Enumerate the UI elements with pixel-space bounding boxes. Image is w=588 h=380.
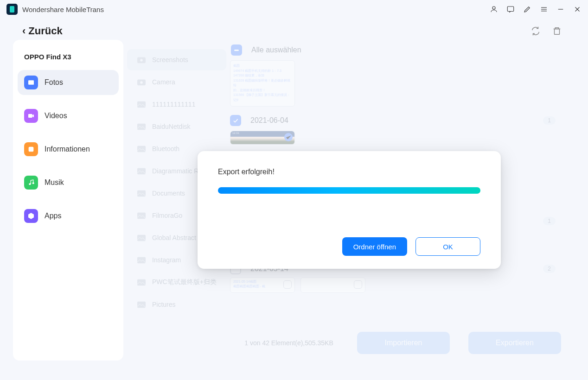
photo-icon bbox=[24, 76, 38, 89]
device-name: OPPO Find X3 bbox=[18, 49, 119, 70]
video-icon bbox=[24, 109, 38, 123]
trash-icon[interactable] bbox=[552, 26, 562, 36]
ok-button[interactable]: OK bbox=[415, 237, 480, 256]
sidebar: OPPO Find X3 Fotos Videos Informationen … bbox=[13, 40, 123, 361]
minimize-icon[interactable] bbox=[556, 5, 565, 13]
progress-bar bbox=[218, 187, 480, 194]
svg-rect-8 bbox=[555, 29, 560, 34]
music-icon bbox=[24, 176, 38, 190]
menu-icon[interactable] bbox=[540, 5, 548, 13]
close-icon[interactable] bbox=[573, 5, 582, 13]
nav-item-apps[interactable]: Apps bbox=[18, 203, 119, 228]
nav-label: Informationen bbox=[45, 145, 90, 153]
info-icon bbox=[24, 142, 38, 156]
open-folder-button[interactable]: Ordner öffnen bbox=[342, 237, 407, 256]
page-header: ‹ Zurück bbox=[0, 19, 588, 40]
app-logo bbox=[6, 4, 18, 15]
nav-label: Apps bbox=[45, 212, 61, 220]
svg-point-18 bbox=[32, 182, 34, 184]
apps-icon bbox=[24, 209, 38, 223]
account-icon[interactable] bbox=[490, 5, 498, 13]
svg-marker-12 bbox=[32, 114, 34, 118]
svg-rect-1 bbox=[507, 6, 514, 12]
svg-rect-11 bbox=[28, 114, 32, 118]
nav-item-fotos[interactable]: Fotos bbox=[18, 70, 119, 95]
svg-point-0 bbox=[492, 6, 495, 9]
feedback-icon[interactable] bbox=[506, 5, 515, 13]
nav-label: Musik bbox=[45, 178, 64, 187]
export-success-dialog: Export erfolgreih! Ordner öffnen OK bbox=[198, 151, 501, 269]
nav-label: Videos bbox=[45, 112, 67, 120]
nav-label: Fotos bbox=[45, 78, 63, 87]
edit-icon[interactable] bbox=[523, 5, 531, 13]
nav-item-informationen[interactable]: Informationen bbox=[18, 137, 119, 162]
back-label: Zurück bbox=[28, 25, 62, 37]
dialog-title: Export erfolgreih! bbox=[218, 168, 480, 176]
svg-point-16 bbox=[32, 150, 32, 150]
chevron-left-icon: ‹ bbox=[22, 25, 26, 37]
nav-item-musik[interactable]: Musik bbox=[18, 170, 119, 195]
svg-point-15 bbox=[31, 150, 31, 150]
app-title: Wondershare MobileTrans bbox=[22, 6, 104, 13]
svg-rect-13 bbox=[29, 147, 34, 152]
nav-item-videos[interactable]: Videos bbox=[18, 103, 119, 128]
refresh-icon[interactable] bbox=[530, 26, 541, 36]
titlebar: Wondershare MobileTrans bbox=[0, 0, 588, 19]
svg-point-14 bbox=[30, 150, 30, 150]
back-button[interactable]: ‹ Zurück bbox=[22, 25, 63, 37]
